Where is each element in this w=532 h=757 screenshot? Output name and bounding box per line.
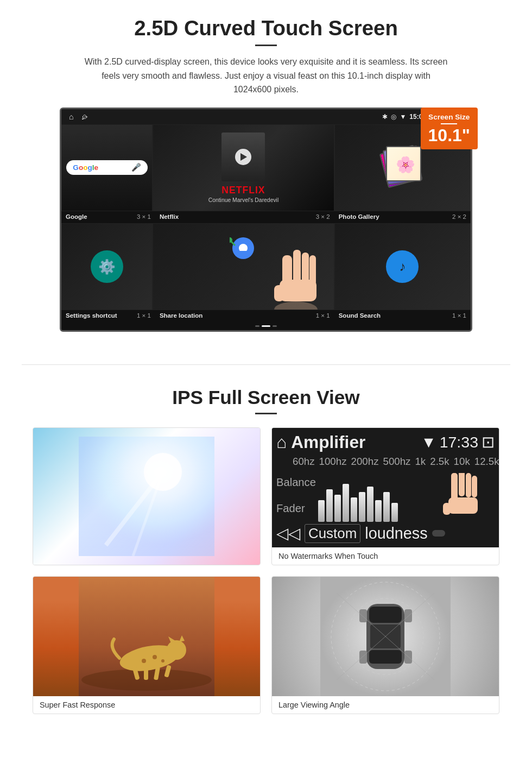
svg-point-5 <box>274 301 318 310</box>
netflix-bg: NETFLIX Continue Marvel's Daredevil <box>153 125 333 211</box>
app-cell-sound[interactable]: ♪ <box>334 223 471 310</box>
badge-size: 10.1" <box>428 127 470 144</box>
svg-rect-32 <box>144 668 148 680</box>
google-search-bar[interactable]: Google 🎤 <box>66 160 148 175</box>
amp-ui: ⌂ Amplifier ▼ 17:33 ⊡ 60hz 100hz 200hz <box>272 428 499 547</box>
location-icon: ◎ <box>391 113 396 121</box>
freq-labels: 60hz 100hz 200hz 500hz 1k 2.5k 10k 12.5k… <box>276 456 495 468</box>
netflix-subtitle: Continue Marvel's Daredevil <box>208 197 279 203</box>
app-cell-share[interactable] <box>153 223 334 310</box>
page-indicator <box>61 322 471 330</box>
car-svg <box>320 577 451 696</box>
section1-divider <box>255 45 277 46</box>
eq-bar-9 <box>383 492 390 522</box>
svg-point-25 <box>167 640 186 660</box>
image-car <box>272 577 499 696</box>
image-cheetah <box>33 577 260 696</box>
label-netflix: Netflix 3 × 2 <box>155 213 334 220</box>
svg-rect-40 <box>369 650 402 664</box>
amp-icons: ▼ 17:33 ⊡ <box>421 433 495 451</box>
play-button[interactable] <box>235 149 251 165</box>
app-cell-netflix[interactable]: NETFLIX Continue Marvel's Daredevil <box>153 124 334 211</box>
image-card-amplifier: ⌂ Amplifier ▼ 17:33 ⊡ 60hz 100hz 200hz <box>271 427 499 565</box>
svg-rect-44 <box>359 651 367 664</box>
share-label-name: Share location <box>160 312 202 319</box>
image-grid: No light reflecting under 360° direct su… <box>33 427 499 714</box>
svg-point-29 <box>161 659 164 663</box>
netflix-logo: NETFLIX <box>221 185 265 196</box>
svg-rect-18 <box>466 473 471 497</box>
eq-bar-5 <box>351 497 357 522</box>
car-top-view <box>272 577 499 696</box>
app-labels-row1: Google 3 × 1 Netflix 3 × 2 Photo Gallery… <box>61 211 471 223</box>
svg-rect-19 <box>472 476 477 497</box>
status-bar: ⌂ ⌮ ✱ ◎ ▼ 15:06 ⊡ ◁) ✕ ▭ <box>61 109 471 124</box>
image-card-sunlight: No light reflecting under 360° direct su… <box>33 427 261 565</box>
cheetah-svg <box>79 577 214 696</box>
eq-bar-7 <box>367 487 373 522</box>
settings-icon: ⚙️ <box>91 250 123 283</box>
settings-label-size: 1 × 1 <box>137 312 151 319</box>
play-triangle <box>240 153 247 161</box>
label-gallery: Photo Gallery 2 × 2 <box>334 213 471 220</box>
image-sunlight <box>33 428 260 565</box>
gallery-card-3: 🌸 <box>386 146 421 181</box>
sound-label-name: Sound Search <box>339 312 381 319</box>
amp-prev: ◁◁ <box>276 524 300 542</box>
amp-home: ⌂ <box>276 432 287 452</box>
usb-icon: ⌮ <box>81 113 88 121</box>
device-mockup: Screen Size 10.1" ⌂ ⌮ ✱ ◎ ▼ 15:06 ⊡ ◁) ✕… <box>60 108 472 332</box>
wifi-icon: ▼ <box>400 113 406 121</box>
app-grid-row1: Google 🎤 NETFLIX <box>61 124 471 211</box>
amp-footer: ◁◁ Custom loudness <box>276 524 495 543</box>
netflix-label-size: 3 × 2 <box>316 213 330 220</box>
eq-bar-8 <box>375 500 382 522</box>
svg-rect-16 <box>451 473 458 500</box>
image-card-cheetah: Super Fast Response <box>33 576 261 714</box>
home-icon: ⌂ <box>69 112 74 121</box>
image-card-car: Large Viewing Angle <box>271 576 499 714</box>
section2-divider <box>255 413 277 414</box>
gallery-label-name: Photo Gallery <box>339 213 379 220</box>
google-logo: Google <box>73 163 98 172</box>
amp-header: ⌂ Amplifier ▼ 17:33 ⊡ <box>276 432 495 452</box>
svg-rect-11 <box>274 285 284 301</box>
app-cell-google[interactable]: Google 🎤 <box>61 124 153 211</box>
svg-rect-17 <box>459 473 465 496</box>
caption-cheetah: Super Fast Response <box>33 696 260 714</box>
share-bg <box>153 224 333 310</box>
page-divider <box>22 364 510 365</box>
label-share: Share location 1 × 1 <box>155 312 334 319</box>
eq-area: Balance Fader <box>276 470 495 522</box>
google-cell-inner: Google 🎤 <box>62 125 152 211</box>
eq-labels-left: Balance Fader <box>276 470 316 522</box>
app-cell-settings[interactable]: ⚙️ <box>61 223 153 310</box>
svg-rect-39 <box>369 607 402 623</box>
eq-bar-4 <box>343 484 349 522</box>
eq-bar-2 <box>326 489 333 522</box>
badge-label: Screen Size <box>428 113 470 121</box>
app-labels-row2: Settings shortcut 1 × 1 Share location 1… <box>61 310 471 322</box>
sound-icon: ♪ <box>386 250 419 283</box>
svg-rect-21 <box>443 503 451 515</box>
maps-svg <box>230 235 257 267</box>
image-amplifier: ⌂ Amplifier ▼ 17:33 ⊡ 60hz 100hz 200hz <box>272 428 499 547</box>
eq-bar-3 <box>334 495 341 522</box>
settings-bg: ⚙️ <box>62 224 152 310</box>
custom-btn: Custom <box>305 524 360 543</box>
eq-bar-10 <box>391 503 398 522</box>
section-ips: IPS Full Screen View <box>0 381 532 730</box>
amp-title: Amplifier <box>291 432 365 452</box>
mic-icon: 🎤 <box>131 163 141 172</box>
label-sound: Sound Search 1 × 1 <box>334 312 471 319</box>
touch-hand-svg <box>440 473 484 522</box>
section2-title: IPS Full Screen View <box>33 387 499 408</box>
eq-bar-6 <box>359 492 365 522</box>
section1-title: 2.5D Curved Touch Screen <box>33 16 499 40</box>
device-screen: ⌂ ⌮ ✱ ◎ ▼ 15:06 ⊡ ◁) ✕ ▭ <box>60 108 472 332</box>
svg-rect-42 <box>359 609 367 622</box>
label-settings: Settings shortcut 1 × 1 <box>61 312 155 319</box>
app-grid-row2: ⚙️ <box>61 223 471 310</box>
eq-bar-1 <box>318 500 325 522</box>
flower-icon: 🌸 <box>396 155 415 174</box>
